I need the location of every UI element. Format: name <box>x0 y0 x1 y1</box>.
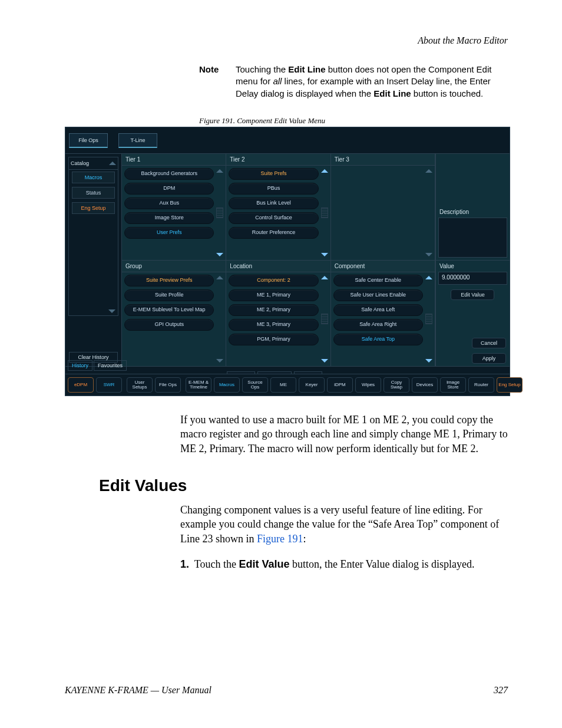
scroll-up-icon[interactable] <box>216 276 223 279</box>
value-label: Value <box>439 263 506 269</box>
component-item-selected[interactable]: Safe Area Top <box>333 334 423 345</box>
bb-copy-swap[interactable]: Copy Swap <box>384 377 409 393</box>
tier2-item[interactable]: Router Preference <box>229 227 318 239</box>
tier1-column: Tier 1 Background Generators DPM Aux Bus… <box>122 154 226 260</box>
group-column: Group Suite Preview Prefs Suite Profile … <box>122 261 226 367</box>
scroll-up-icon[interactable] <box>321 169 328 173</box>
component-column: Component Safe Center Enable Safe User L… <box>331 261 435 367</box>
location-item[interactable]: ME 2, Primary <box>229 304 318 316</box>
scroll-down-icon[interactable] <box>321 253 328 256</box>
tier2-item[interactable]: PBus <box>229 183 318 195</box>
note-label: Note <box>199 64 219 75</box>
edit-value-button[interactable]: Edit Value <box>451 289 494 300</box>
scroll-up-icon[interactable] <box>425 276 432 279</box>
figure-191-link[interactable]: Figure 191 <box>257 533 303 545</box>
group-item[interactable]: GPI Outputs <box>124 319 214 331</box>
bb-me[interactable]: ME <box>270 377 296 393</box>
component-item[interactable]: Safe Area Right <box>333 319 423 331</box>
bb-idpm[interactable]: iDPM <box>327 377 353 393</box>
running-header: About the Macro Editor <box>418 35 508 46</box>
right-panel-bottom: Value 9.0000000 Edit Value Cancel Apply <box>435 261 510 367</box>
bb-user-setups[interactable]: User Setups <box>127 377 153 393</box>
scrollbar[interactable] <box>216 275 224 364</box>
scrollbar[interactable] <box>425 275 433 364</box>
bb-macros[interactable]: Macros <box>214 377 240 393</box>
tier1-item[interactable]: Image Store <box>124 212 214 224</box>
bottom-bar: eDPM SWR User Setups File Ops E-MEM & Ti… <box>65 374 510 396</box>
tier2-item[interactable]: Control Surface <box>229 212 318 224</box>
location-item-selected[interactable]: Component: 2 <box>229 275 318 286</box>
cancel-button[interactable]: Cancel <box>472 338 506 348</box>
tier2-item-selected[interactable]: Suite Prefs <box>229 168 318 180</box>
scrollbar[interactable] <box>320 168 329 258</box>
step-1: 1. Touch the Edit Value button, the Ente… <box>180 557 508 571</box>
location-column: Location Component: 2 ME 1, Primary ME 2… <box>226 261 330 367</box>
footer-page-number: 327 <box>494 685 508 696</box>
bb-image-store[interactable]: Image Store <box>440 377 466 393</box>
bb-file-ops[interactable]: File Ops <box>155 377 181 393</box>
sidebar-item-status[interactable]: Status <box>72 187 115 199</box>
tab-history[interactable]: History <box>68 360 92 371</box>
footer: KAYENNE K-FRAME — User Manual 327 <box>65 685 508 696</box>
chevron-down-icon[interactable] <box>108 309 115 313</box>
footer-left: KAYENNE K-FRAME — User Manual <box>65 685 211 696</box>
scrollbar[interactable] <box>320 275 329 364</box>
note-block: Note Touching the Edit Line button does … <box>199 64 508 100</box>
scroll-up-icon[interactable] <box>216 169 223 173</box>
right-panel-top: Description <box>435 154 510 260</box>
bb-wipes[interactable]: Wipes <box>355 377 381 393</box>
bb-router[interactable]: Router <box>468 377 494 393</box>
sidebar-item-macros[interactable]: Macros <box>72 172 115 183</box>
group-item[interactable]: Suite Profile <box>124 289 214 301</box>
sidebar-head: Catalog <box>69 157 118 170</box>
description-box <box>438 218 507 258</box>
location-item[interactable]: ME 3, Primary <box>229 319 318 331</box>
scroll-down-icon[interactable] <box>216 253 223 256</box>
body-para-2: Changing component values is a very usef… <box>180 503 508 546</box>
location-item[interactable]: ME 1, Primary <box>229 289 318 301</box>
sidebar: Catalog Macros Status Eng Setup Clear Hi… <box>65 154 122 366</box>
chip-t-line[interactable]: T-Line <box>118 133 157 148</box>
body-para-1: If you wanted to use a macro built for M… <box>180 413 508 456</box>
scroll-up-icon[interactable] <box>321 276 328 279</box>
bb-edpm[interactable]: eDPM <box>68 377 94 393</box>
bb-swr[interactable]: SWR <box>96 377 122 393</box>
chevron-up-icon[interactable] <box>109 162 116 165</box>
screenshot-component-edit-menu: File Ops T-Line Catalog Macros Status En… <box>65 127 510 396</box>
component-item[interactable]: Safe Center Enable <box>333 275 423 286</box>
figure-caption: Figure 191. Component Edit Value Menu <box>199 116 325 126</box>
tier2-column: Tier 2 Suite Prefs PBus Bus Link Level C… <box>226 154 330 260</box>
component-item[interactable]: Safe Area Left <box>333 304 423 316</box>
tab-favourites[interactable]: Favourites <box>94 360 127 371</box>
bb-emem-timeline[interactable]: E-MEM & Timeline <box>186 377 211 393</box>
scroll-down-icon[interactable] <box>216 359 223 363</box>
bb-devices[interactable]: Devices <box>412 377 438 393</box>
scroll-down-icon[interactable] <box>425 253 432 256</box>
description-label: Description <box>439 209 506 215</box>
tier3-column: Tier 3 <box>331 154 435 260</box>
tier2-item[interactable]: Bus Link Level <box>229 197 318 209</box>
group-item[interactable]: E-MEM Sublevel To Level Map <box>124 304 214 316</box>
apply-button[interactable]: Apply <box>472 353 506 364</box>
note-body: Touching the Edit Line button does not o… <box>236 64 508 100</box>
group-item-selected[interactable]: Suite Preview Prefs <box>124 275 214 286</box>
value-box: 9.0000000 <box>438 272 507 285</box>
scroll-up-icon[interactable] <box>425 169 432 173</box>
bb-eng-setup[interactable]: Eng Setup <box>497 377 523 393</box>
tier1-item[interactable]: DPM <box>124 183 214 195</box>
component-item[interactable]: Safe User Lines Enable <box>333 289 423 301</box>
bb-source-ops[interactable]: Source Ops <box>242 377 268 393</box>
chip-file-ops[interactable]: File Ops <box>69 133 108 148</box>
tier1-item[interactable]: Aux Bus <box>124 197 214 209</box>
location-item[interactable]: PGM, Primary <box>229 334 318 345</box>
scrollbar[interactable] <box>425 168 433 258</box>
section-heading-edit-values: Edit Values <box>99 476 187 495</box>
sidebar-item-eng-setup[interactable]: Eng Setup <box>72 202 115 214</box>
scroll-down-icon[interactable] <box>321 359 328 363</box>
tier1-item[interactable]: Background Generators <box>124 168 214 180</box>
tier1-item-selected[interactable]: User Prefs <box>124 227 214 239</box>
scrollbar[interactable] <box>216 168 224 258</box>
bb-keyer[interactable]: Keyer <box>299 377 325 393</box>
scroll-down-icon[interactable] <box>425 359 432 363</box>
